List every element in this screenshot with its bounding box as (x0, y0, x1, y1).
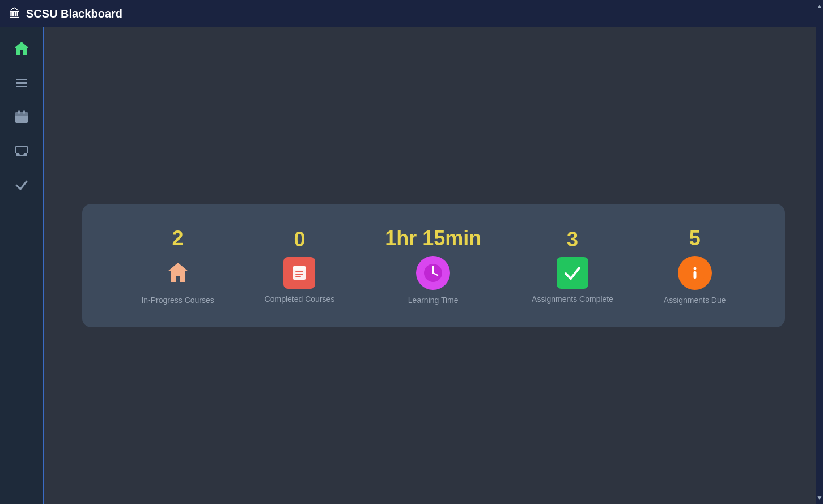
stat-completed-courses: 0 Completed Courses (265, 228, 335, 304)
svg-rect-5 (18, 110, 20, 114)
svg-rect-0 (16, 79, 27, 80)
learning-time-label: Learning Time (408, 296, 459, 305)
book-icon (283, 257, 315, 289)
info-icon (678, 256, 712, 290)
scroll-up-arrow[interactable]: ▲ (816, 2, 823, 10)
svg-rect-4 (15, 112, 28, 116)
svg-rect-6 (23, 110, 25, 114)
sidebar-item-grades[interactable] (7, 170, 36, 199)
house-icon (161, 256, 195, 290)
in-progress-value: 2 (172, 227, 184, 250)
layout: 2 In-Progress Courses 0 (0, 27, 823, 504)
assignments-due-label: Assignments Due (664, 296, 726, 305)
checkmark-icon (557, 257, 588, 289)
sidebar-item-courses[interactable] (7, 68, 36, 97)
assignments-due-value: 5 (689, 227, 701, 250)
learning-time-value: 1hr 15min (385, 227, 481, 250)
stat-assignments-complete: 3 Assignments Complete (532, 228, 613, 304)
sidebar-item-home[interactable] (7, 34, 36, 63)
svg-rect-10 (295, 274, 303, 275)
sidebar-item-inbox[interactable] (7, 136, 36, 165)
sidebar (0, 27, 44, 504)
header: 🏛 SCSU Blackboard (0, 0, 823, 27)
assignments-complete-label: Assignments Complete (532, 294, 613, 304)
in-progress-label: In-Progress Courses (141, 296, 214, 305)
clock-icon (416, 256, 450, 290)
app-icon: 🏛 (9, 7, 20, 20)
svg-rect-2 (16, 86, 27, 87)
svg-point-18 (693, 267, 696, 270)
svg-rect-1 (16, 82, 27, 84)
sidebar-item-calendar[interactable] (7, 102, 36, 131)
svg-point-16 (432, 272, 434, 274)
svg-rect-8 (293, 266, 306, 270)
svg-rect-11 (295, 276, 301, 277)
stat-learning-time: 1hr 15min Learning Time (385, 227, 481, 305)
completed-label: Completed Courses (265, 294, 335, 304)
app-title: SCSU Blackboard (26, 7, 122, 20)
completed-value: 0 (294, 228, 305, 251)
svg-rect-9 (295, 271, 303, 272)
stats-card: 2 In-Progress Courses 0 (82, 204, 785, 327)
main-content: 2 In-Progress Courses 0 (44, 27, 823, 504)
scrollbar[interactable]: ▲ ▼ (816, 0, 823, 504)
scroll-down-arrow[interactable]: ▼ (816, 494, 823, 502)
stat-assignments-due: 5 Assignments Due (664, 227, 726, 305)
assignments-complete-value: 3 (567, 228, 578, 251)
stat-in-progress-courses: 2 In-Progress Courses (141, 227, 214, 305)
svg-rect-19 (693, 271, 696, 279)
